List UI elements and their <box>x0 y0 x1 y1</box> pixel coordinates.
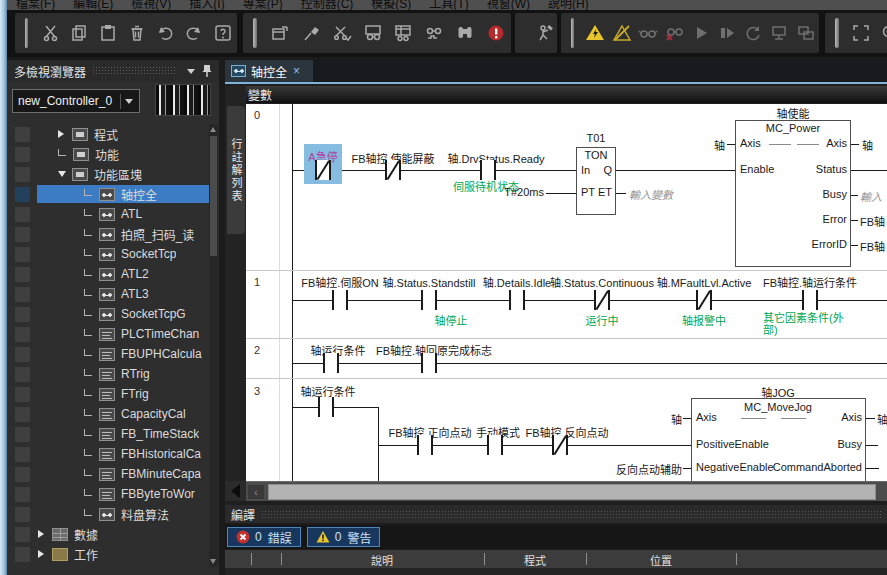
contact-operand[interactable]: FB轴控.轴运行条件 <box>763 274 857 290</box>
errors-badge[interactable]: 0 錯誤 <box>227 527 301 547</box>
diff-monitor-icon[interactable] <box>422 20 447 46</box>
et-operand-placeholder[interactable]: 輸入變數 <box>629 186 673 202</box>
rung-number[interactable]: 1 <box>254 276 260 288</box>
contact-operand[interactable]: 轴.Status.Standstill <box>383 274 476 290</box>
watch-table-icon[interactable] <box>391 20 416 46</box>
axis-in-operand[interactable]: 轴 <box>671 411 682 427</box>
tree-item[interactable]: 拍照_扫码_读 <box>7 224 219 244</box>
menu-edit[interactable]: 編輯(E) <box>73 0 113 4</box>
tree-item[interactable]: FBMinuteCapa <box>7 464 219 484</box>
sync-icon[interactable] <box>743 20 763 46</box>
tree-item-functions[interactable]: 功能 <box>7 144 219 164</box>
tree-item-tasks[interactable]: 工作 <box>7 544 219 564</box>
tree-item[interactable]: ATL2 <box>7 264 219 284</box>
tree-item[interactable]: RTrig <box>7 364 219 384</box>
timer-instance[interactable]: T01 <box>587 132 606 144</box>
zoom-fit-icon[interactable] <box>850 20 873 46</box>
nc-contact[interactable] <box>696 290 712 310</box>
axis-out-operand[interactable]: 轴 <box>862 137 873 153</box>
contact-operand[interactable]: FB轴控.伺服ON <box>301 274 379 290</box>
watch-window-icon[interactable] <box>360 20 385 46</box>
redo-icon[interactable] <box>183 20 206 46</box>
build-hammer-icon[interactable] <box>299 20 324 46</box>
controller-selector[interactable]: new_Controller_0 <box>12 89 140 113</box>
contact-operand[interactable]: 轴.Status.Continuous <box>550 274 654 290</box>
tree-item[interactable]: SocketTcpG <box>7 304 219 324</box>
tree-item-axis-control[interactable]: 轴控全 <box>7 184 219 204</box>
rung-number[interactable]: 2 <box>254 344 260 356</box>
chevron-down-icon[interactable] <box>183 63 199 79</box>
rung-number[interactable]: 0 <box>254 109 260 121</box>
scroll-down-icon[interactable] <box>210 559 216 564</box>
undo-icon[interactable] <box>154 20 177 46</box>
tree-item[interactable]: PLCTimeChan <box>7 324 219 344</box>
chevron-down-icon[interactable] <box>120 94 136 109</box>
rung-comment-list-tab[interactable]: 行註解列表 <box>227 106 245 234</box>
online-edit-icon[interactable] <box>536 20 556 46</box>
scroll-left-icon[interactable]: ‹ <box>248 485 264 499</box>
step-icon[interactable] <box>717 20 737 46</box>
search-icon[interactable] <box>453 20 478 46</box>
scrollbar-thumb[interactable] <box>210 136 217 256</box>
abort-icon[interactable] <box>483 20 508 46</box>
scrollbar-thumb[interactable] <box>268 484 876 500</box>
no-contact[interactable] <box>421 353 437 373</box>
tree-item[interactable]: CapacityCal <box>7 404 219 424</box>
tree-item[interactable]: 料盘算法 <box>7 504 219 524</box>
tree-item-function-blocks[interactable]: 功能區塊 <box>7 164 219 184</box>
no-contact[interactable] <box>487 435 503 455</box>
no-contact[interactable] <box>323 353 339 373</box>
menu-simulation[interactable]: 模擬(S) <box>371 0 411 4</box>
monitor-glasses-icon[interactable] <box>638 20 658 46</box>
tree-item-data[interactable]: 數據 <box>7 524 219 544</box>
scroll-up-icon[interactable] <box>210 127 216 132</box>
window-icon[interactable] <box>268 20 293 46</box>
run-icon[interactable] <box>690 20 710 46</box>
menu-file[interactable]: 檔案(F) <box>16 0 55 4</box>
no-contact[interactable] <box>802 290 818 310</box>
errorid-operand[interactable]: FB轴 <box>860 238 885 254</box>
controller-1-icon[interactable] <box>769 20 789 46</box>
tree-item[interactable]: FTrig <box>7 384 219 404</box>
help-icon[interactable] <box>211 20 234 46</box>
contact-operand[interactable]: 轴.Details.Idle <box>483 274 551 290</box>
copy-icon[interactable] <box>68 20 91 46</box>
no-contact[interactable] <box>318 397 334 417</box>
safety-off-icon[interactable] <box>611 20 631 46</box>
expander-expanded-icon[interactable] <box>58 171 72 177</box>
axis-out-operand[interactable]: 轴 <box>877 411 887 427</box>
safety-warning-icon[interactable] <box>585 20 605 46</box>
pin-icon[interactable] <box>199 63 215 79</box>
tree-item[interactable]: ATL <box>7 204 219 224</box>
delete-icon[interactable] <box>125 20 148 46</box>
nc-contact[interactable] <box>385 160 401 180</box>
expander-collapsed-icon[interactable] <box>38 550 52 558</box>
no-contact[interactable] <box>332 290 348 310</box>
busy-operand[interactable]: 輸入 <box>860 188 882 204</box>
no-contact[interactable] <box>421 290 437 310</box>
controller-2-icon[interactable] <box>796 20 816 46</box>
fb-instance[interactable]: 轴使能 <box>777 105 810 121</box>
error-operand[interactable]: FB轴 <box>860 213 885 229</box>
cut-rung-icon[interactable] <box>329 20 354 46</box>
contact-operand[interactable]: 轴.MFaultLvl.Active <box>657 274 752 290</box>
cut-icon[interactable] <box>39 20 62 46</box>
zoom-in-icon[interactable] <box>879 20 887 46</box>
tree-item[interactable]: FBHistoricalCa <box>7 444 219 464</box>
menu-insert[interactable]: 插入(I) <box>189 0 224 4</box>
menu-controller[interactable]: 控制器(C) <box>301 0 354 4</box>
tree-item[interactable]: FBByteToWor <box>7 484 219 504</box>
menu-window[interactable]: 視窗(W) <box>487 0 530 4</box>
rung-number[interactable]: 3 <box>254 385 260 397</box>
menu-project[interactable]: 專案(P) <box>243 0 283 4</box>
no-contact[interactable] <box>480 160 496 180</box>
contact-operand[interactable]: 轴.DrvStatus.Ready <box>447 150 544 166</box>
negative-enable-operand[interactable]: 反向点动辅助 <box>616 461 682 477</box>
paste-icon[interactable] <box>97 20 120 46</box>
menu-help[interactable]: 說明(H) <box>548 0 589 4</box>
tree-item-programs[interactable]: 程式 <box>7 124 219 144</box>
tree-item[interactable]: FB_TimeStack <box>7 424 219 444</box>
sidebar-scrollbar[interactable] <box>209 124 218 567</box>
expander-collapsed-icon[interactable] <box>38 530 52 538</box>
pt-operand[interactable]: T#20ms <box>504 186 544 198</box>
